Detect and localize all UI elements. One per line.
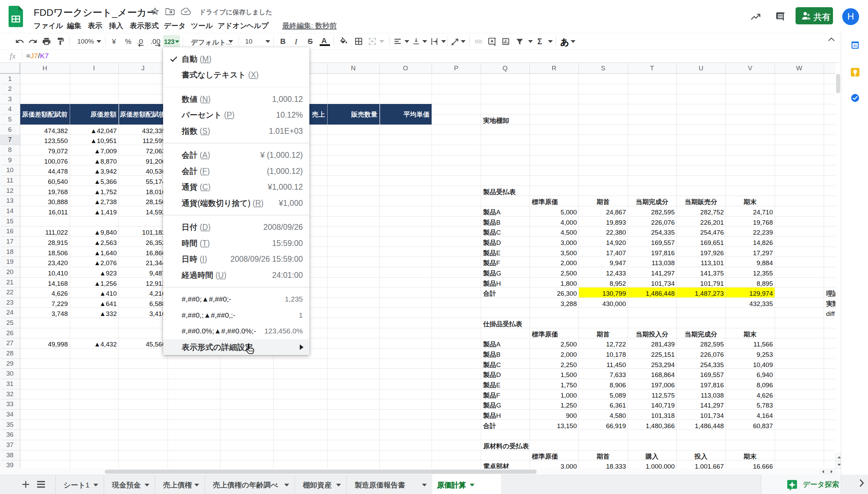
svg-text:31: 31	[853, 44, 857, 47]
